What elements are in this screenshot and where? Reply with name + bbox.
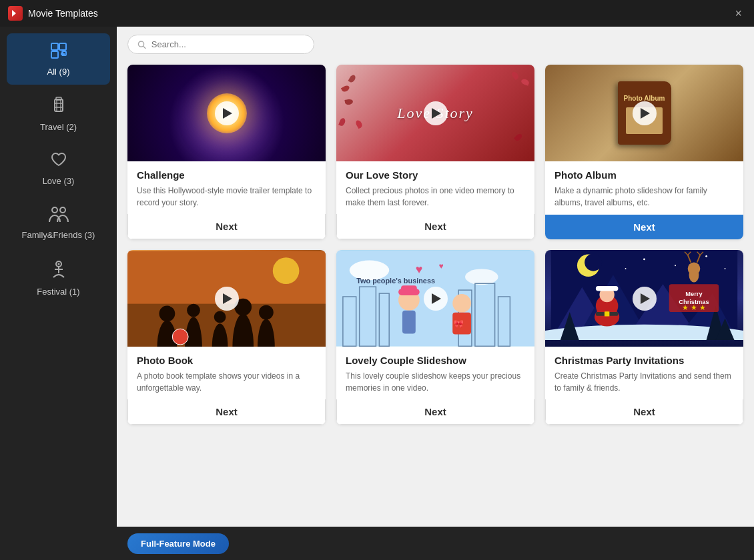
next-button-couple[interactable]: Next [336, 399, 534, 425]
bottom-bar: Full-Feature Mode [117, 527, 754, 560]
card-challenge: Challenge Use this Hollywood-style movie… [127, 65, 326, 239]
svg-text:Two people's business: Two people's business [356, 277, 435, 285]
card-couple: ♥ ♥ 🎀 [336, 250, 534, 425]
card-thumbnail-photo-book [127, 250, 326, 347]
card-love-story: Love Story [336, 65, 534, 239]
play-button-couple[interactable] [424, 287, 448, 311]
svg-point-13 [60, 207, 65, 213]
content-area: Challenge Use this Hollywood-style movie… [117, 27, 754, 560]
sidebar-item-family[interactable]: Family&Friends (3) [7, 197, 110, 248]
svg-rect-71 [596, 286, 619, 291]
festival-icon [49, 259, 68, 283]
sidebar-love-label: Love (3) [43, 176, 75, 186]
card-title-photo-book: Photo Book [137, 355, 316, 366]
next-button-photo-album[interactable]: Next [545, 215, 743, 239]
svg-point-30 [214, 311, 226, 323]
card-thumbnail-christmas: Merry Christmas ★ ★ ★ [545, 250, 743, 347]
sidebar: All (9) Travel (2) [0, 27, 117, 560]
sidebar-travel-label: Travel (2) [40, 122, 77, 132]
svg-rect-48 [402, 311, 416, 334]
play-triangle-icon [641, 293, 650, 304]
svg-point-32 [259, 305, 274, 320]
card-title-christmas: Christmas Party Invitations [554, 355, 734, 366]
card-title-love: Our Love Story [346, 169, 525, 181]
card-desc-love: Collect precious photos in one video mem… [346, 185, 525, 209]
card-title-photo-album: Photo Album [554, 169, 734, 181]
next-button-challenge[interactable]: Next [127, 214, 326, 239]
svg-text:♥: ♥ [438, 261, 443, 271]
card-body-love: Our Love Story Collect precious photos i… [336, 161, 534, 214]
svg-point-29 [187, 304, 200, 317]
svg-point-28 [159, 306, 175, 322]
svg-point-61 [643, 259, 645, 261]
sidebar-item-travel[interactable]: Travel (2) [7, 87, 110, 140]
svg-point-17 [57, 263, 59, 265]
svg-point-49 [452, 294, 471, 313]
play-icon [12, 10, 19, 17]
play-button-photo-book[interactable] [215, 287, 239, 311]
all-icon [49, 41, 68, 63]
love-icon [49, 151, 68, 172]
svg-rect-74 [605, 311, 609, 316]
svg-line-19 [143, 46, 145, 48]
card-body-photo-album: Photo Album Make a dynamic photo slidesh… [545, 161, 743, 215]
svg-point-82 [689, 267, 699, 282]
svg-rect-47 [401, 285, 417, 291]
svg-point-33 [172, 329, 188, 345]
svg-point-12 [52, 207, 57, 213]
card-title-couple: Lovely Couple Slideshow [346, 355, 525, 366]
close-button[interactable]: × [731, 6, 746, 21]
card-desc-christmas: Create Christmas Party Invitations and s… [554, 370, 734, 394]
family-icon [48, 205, 69, 226]
svg-text:🎀: 🎀 [454, 319, 464, 329]
title-bar-left: Movie Templates [8, 6, 98, 21]
svg-point-60 [585, 254, 602, 271]
card-body-couple: Lovely Couple Slideshow This lovely coup… [336, 347, 534, 399]
sidebar-item-festival[interactable]: Festival (1) [7, 251, 110, 305]
card-desc-couple: This lovely couple slideshow keeps your … [346, 370, 525, 394]
play-button-photo-album[interactable] [633, 101, 657, 125]
search-icon [137, 40, 146, 49]
card-thumbnail-photo-album: Photo Album [545, 65, 743, 161]
sidebar-festival-label: Festival (1) [37, 287, 79, 297]
svg-point-22 [273, 257, 300, 284]
card-photo-book: Photo Book A photo book template shows y… [127, 250, 326, 425]
window-title: Movie Templates [28, 8, 98, 19]
svg-point-64 [705, 255, 707, 257]
sidebar-item-love[interactable]: Love (3) [7, 143, 110, 194]
svg-point-36 [465, 269, 498, 285]
full-feature-button[interactable]: Full-Feature Mode [127, 533, 229, 554]
card-thumbnail-couple: ♥ ♥ 🎀 [336, 250, 534, 347]
play-button-love[interactable] [424, 101, 448, 125]
sidebar-all-label: All (9) [47, 67, 70, 77]
search-bar-container [117, 27, 754, 62]
next-button-christmas[interactable]: Next [545, 399, 743, 425]
travel-icon [49, 95, 68, 118]
cards-grid: Challenge Use this Hollywood-style movie… [117, 62, 754, 527]
svg-point-62 [675, 265, 676, 266]
svg-rect-6 [55, 99, 63, 111]
card-body-challenge: Challenge Use this Hollywood-style movie… [127, 161, 326, 214]
search-input[interactable] [151, 39, 304, 49]
search-bar [127, 35, 314, 54]
card-photo-album: Photo Album Photo Album Make a dynamic p… [545, 65, 743, 239]
sidebar-item-all[interactable]: All (9) [7, 33, 110, 85]
card-body-photo-book: Photo Book A photo book template shows y… [127, 347, 326, 399]
svg-rect-2 [51, 51, 58, 58]
play-button-christmas[interactable] [633, 287, 657, 311]
app-logo [8, 6, 23, 21]
card-body-christmas: Christmas Party Invitations Create Chris… [545, 347, 743, 399]
play-triangle-icon [223, 108, 232, 119]
card-desc-challenge: Use this Hollywood-style movie trailer t… [137, 185, 316, 209]
card-desc-photo-album: Make a dynamic photo slideshow for famil… [554, 185, 734, 209]
play-button-challenge[interactable] [215, 101, 239, 125]
svg-rect-0 [51, 43, 58, 50]
card-thumbnail-love: Love Story [336, 65, 534, 161]
play-triangle-icon [432, 293, 441, 304]
svg-point-65 [725, 268, 726, 269]
next-button-photo-book[interactable]: Next [127, 399, 326, 425]
play-triangle-icon [223, 293, 232, 304]
next-button-love[interactable]: Next [336, 214, 534, 239]
main-layout: All (9) Travel (2) [0, 27, 754, 560]
svg-text:Merry: Merry [685, 291, 703, 297]
